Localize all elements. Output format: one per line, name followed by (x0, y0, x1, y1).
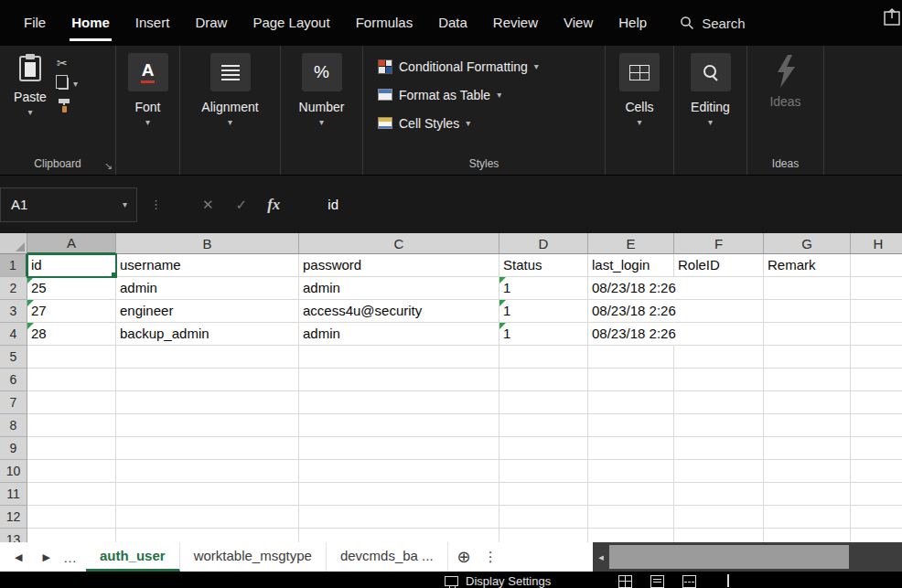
cell-D7[interactable] (499, 391, 588, 414)
column-header-F[interactable]: F (674, 233, 764, 254)
insert-function-button[interactable]: fx (267, 196, 280, 214)
cell-E5[interactable] (588, 346, 674, 369)
row-header-12[interactable]: 12 (0, 506, 27, 529)
menu-item-file[interactable]: File (11, 0, 59, 46)
cell-C6[interactable] (299, 369, 499, 391)
cell-F5[interactable] (674, 346, 764, 369)
row-header-11[interactable]: 11 (0, 483, 27, 506)
search-box[interactable]: Search (680, 0, 746, 46)
cell-E4[interactable]: 08/23/18 2:26 (588, 323, 674, 346)
cell-G2[interactable] (764, 277, 851, 300)
cell-G4[interactable] (764, 323, 851, 346)
display-settings-button[interactable]: Display Settings (445, 574, 551, 588)
cell-H1[interactable] (851, 254, 902, 277)
cell-A13[interactable] (27, 529, 116, 542)
cell-F6[interactable] (674, 369, 764, 391)
editing-button[interactable]: Editing ▾ (674, 46, 746, 127)
cell-B2[interactable]: admin (116, 277, 299, 300)
cell-F2[interactable] (674, 277, 764, 300)
cell-D5[interactable] (499, 346, 588, 369)
page-break-view-icon[interactable] (682, 575, 696, 588)
number-button[interactable]: % Number ▾ (281, 46, 362, 127)
cell-F9[interactable] (674, 437, 764, 460)
cell-E1[interactable]: last_login (588, 254, 674, 277)
cell-H13[interactable] (851, 529, 902, 542)
menu-item-data[interactable]: Data (425, 0, 480, 46)
cell-H9[interactable] (851, 437, 902, 460)
cell-F10[interactable] (674, 460, 764, 483)
cell-H12[interactable] (851, 506, 902, 529)
cell-E13[interactable] (588, 529, 674, 542)
cell-H11[interactable] (851, 483, 902, 506)
cancel-button[interactable]: ✕ (202, 197, 214, 213)
row-header-8[interactable]: 8 (0, 414, 27, 437)
menu-item-help[interactable]: Help (606, 0, 660, 46)
cell-C10[interactable] (299, 460, 499, 483)
row-header-9[interactable]: 9 (0, 437, 27, 460)
cell-B13[interactable] (116, 529, 299, 542)
cell-H7[interactable] (851, 391, 902, 414)
formula-bar-splitter[interactable]: ⋮ (150, 198, 162, 211)
cell-D10[interactable] (499, 460, 588, 483)
cell-A4[interactable]: 28 (27, 323, 116, 346)
cell-E2[interactable]: 08/23/18 2:26 (588, 277, 674, 300)
cell-C12[interactable] (299, 506, 499, 529)
cell-H5[interactable] (851, 346, 902, 369)
sheet-tab-devcmds-ba[interactable]: devcmds_ba ... (327, 542, 448, 572)
cut-button[interactable]: ✂ (57, 57, 78, 69)
cell-C1[interactable]: password (299, 254, 499, 277)
column-header-G[interactable]: G (764, 233, 851, 254)
format-painter-button[interactable] (57, 98, 78, 113)
column-header-A[interactable]: A (27, 233, 116, 254)
cell-E7[interactable] (588, 391, 674, 414)
row-header-4[interactable]: 4 (0, 323, 27, 346)
cell-H3[interactable] (851, 300, 902, 323)
page-layout-view-icon[interactable] (650, 575, 664, 588)
sheet-tab-worktable-msgtype[interactable]: worktable_msgtype (180, 542, 327, 572)
cell-H8[interactable] (851, 414, 902, 437)
name-box[interactable]: A1 ▾ (0, 187, 137, 222)
cell-A1[interactable]: id (27, 254, 116, 277)
cell-H10[interactable] (851, 460, 902, 483)
cell-D13[interactable] (499, 529, 588, 542)
cell-F4[interactable] (674, 323, 764, 346)
add-sheet-button[interactable]: ⊕ (457, 549, 471, 565)
cell-D2[interactable]: 1 (499, 277, 588, 300)
cells-button[interactable]: Cells ▾ (606, 46, 673, 127)
cell-C11[interactable] (299, 483, 499, 506)
cell-B5[interactable] (116, 346, 299, 369)
column-header-B[interactable]: B (116, 233, 299, 254)
menu-item-home[interactable]: Home (59, 0, 123, 46)
cell-E10[interactable] (588, 460, 674, 483)
cell-G6[interactable] (764, 369, 851, 391)
cell-A6[interactable] (27, 369, 116, 391)
normal-view-icon[interactable] (618, 575, 632, 588)
cell-G1[interactable]: Remark (764, 254, 851, 277)
cell-G13[interactable] (764, 529, 851, 542)
cell-A9[interactable] (27, 437, 116, 460)
cell-E12[interactable] (588, 506, 674, 529)
cell-C4[interactable]: admin (299, 323, 499, 346)
sheet-more-button[interactable]: ⋮ (484, 549, 498, 565)
cell-H2[interactable] (851, 277, 902, 300)
column-header-H[interactable]: H (851, 233, 902, 254)
cell-D1[interactable]: Status (499, 254, 588, 277)
cell-D9[interactable] (499, 437, 588, 460)
cell-F3[interactable] (674, 300, 764, 323)
column-header-D[interactable]: D (499, 233, 588, 254)
cell-C3[interactable]: access4u@security (299, 300, 499, 323)
share-button[interactable] (884, 7, 902, 27)
cell-B6[interactable] (116, 369, 299, 391)
cell-B10[interactable] (116, 460, 299, 483)
menu-item-review[interactable]: Review (480, 0, 551, 46)
menu-item-view[interactable]: View (551, 0, 606, 46)
cell-H6[interactable] (851, 369, 902, 391)
tab-overflow-button[interactable]: … (63, 542, 86, 572)
cell-A2[interactable]: 25 (27, 277, 116, 300)
cell-C13[interactable] (299, 529, 499, 542)
cell-B8[interactable] (116, 414, 299, 437)
cell-D3[interactable]: 1 (499, 300, 588, 323)
menu-item-page-layout[interactable]: Page Layout (240, 0, 342, 46)
cell-F13[interactable] (674, 529, 764, 542)
cell-D12[interactable] (499, 506, 588, 529)
